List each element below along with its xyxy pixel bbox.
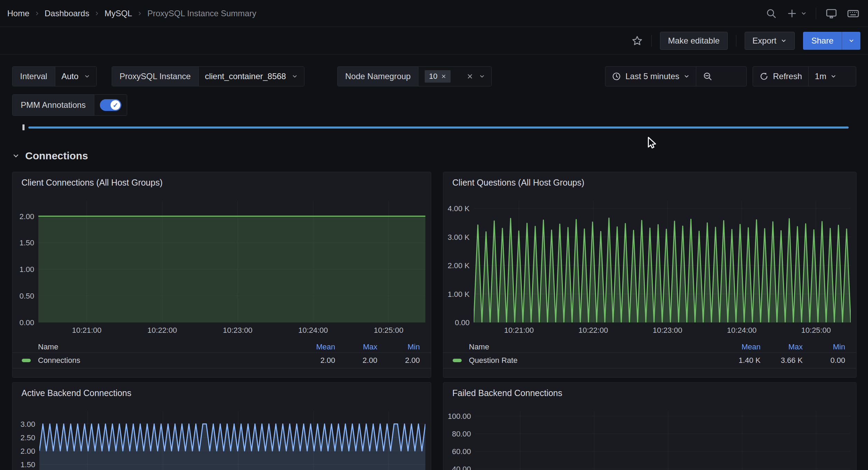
y-axis-tick-label: 40.00 — [443, 465, 471, 470]
dashboard-toolbar: Make editable Export Share — [0, 27, 868, 55]
share-menu-button[interactable] — [842, 32, 860, 50]
keyboard-icon[interactable] — [847, 7, 860, 20]
x-axis-tick-label: 10:22:00 — [569, 326, 617, 335]
y-axis-tick-label: 80.00 — [443, 430, 471, 439]
toolbar-divider — [651, 35, 652, 47]
legend-column-min[interactable]: Min — [377, 342, 420, 351]
chart-canvas[interactable] — [39, 411, 425, 470]
pmm-annotations-toggle[interactable]: ✓ — [94, 95, 127, 115]
refresh-interval-select[interactable]: 1m — [809, 67, 843, 86]
panel-client-questions: Client Questions (All Host Groups) NameM… — [443, 172, 857, 378]
node-namegroup-filter-select[interactable]: 10 — [418, 67, 491, 86]
series-line — [474, 218, 851, 322]
legend-row: Connections2.002.002.00 — [12, 352, 431, 368]
y-axis-tick-label: 0.00 — [443, 318, 470, 327]
favorite-star-icon[interactable] — [631, 35, 643, 47]
y-axis-tick-label: 0.00 — [12, 318, 34, 327]
chart-plot-area[interactable] — [39, 411, 425, 470]
y-axis-tick-label: 4.00 K — [443, 204, 470, 213]
pmm-annotations-label: PMM Annotations — [12, 95, 94, 115]
nav-divider — [816, 8, 816, 19]
panel-title[interactable]: Client Questions (All Host Groups) — [452, 178, 584, 188]
legend-column-max[interactable]: Max — [761, 342, 803, 351]
make-editable-button[interactable]: Make editable — [660, 32, 727, 50]
series-stat-value: 2.00 — [377, 356, 420, 365]
chart-canvas[interactable] — [475, 411, 851, 470]
export-button-label: Export — [753, 36, 776, 46]
chart-canvas[interactable] — [38, 201, 425, 322]
panel-legend: NameMeanMaxMinConnections2.002.002.00 — [12, 341, 431, 368]
chart-plot-area[interactable] — [475, 411, 851, 470]
legend-column-mean[interactable]: Mean — [716, 342, 761, 351]
proxysql-instance-filter-label: ProxySQL Instance — [112, 67, 199, 86]
panel-title[interactable]: Failed Backend Connections — [452, 388, 562, 398]
panel-title[interactable]: Client Connections (All Host Groups) — [21, 178, 163, 188]
chevron-down-icon — [830, 73, 837, 79]
close-icon[interactable] — [441, 74, 446, 79]
share-split-button: Share — [803, 32, 860, 50]
clock-icon — [612, 72, 621, 81]
node-namegroup-filter: Node Namegroup 10 — [337, 66, 492, 86]
refresh-button[interactable]: Refresh — [753, 67, 808, 86]
chart-plot-area[interactable] — [38, 201, 425, 322]
breadcrumb-home[interactable]: Home — [7, 9, 29, 18]
series-name[interactable]: Question Rate — [462, 356, 716, 365]
y-axis-tick-label: 1.50 — [12, 460, 35, 469]
pmm-annotations-control: PMM Annotations ✓ — [12, 94, 127, 116]
search-icon[interactable] — [765, 8, 777, 19]
panel-failed-backend-connections: Failed Backend Connections 100.0080.0060… — [443, 382, 857, 470]
node-namegroup-filter-label: Node Namegroup — [338, 67, 418, 86]
legend-column-mean[interactable]: Mean — [290, 342, 335, 351]
y-axis-tick-label: 100.00 — [443, 412, 471, 421]
chevron-down-icon — [683, 73, 690, 79]
toolbar-divider — [736, 35, 736, 47]
interval-filter-select[interactable]: Auto — [55, 67, 96, 86]
breadcrumb-dashboards[interactable]: Dashboards — [45, 9, 89, 18]
x-axis-tick-label: 10:24:00 — [718, 326, 766, 335]
x-axis-tick-label: 10:23:00 — [643, 326, 692, 335]
time-range-label: Last 5 minutes — [625, 72, 679, 81]
proxysql-instance-filter: ProxySQL Instance client_container_8568 — [112, 66, 304, 86]
chevron-down-icon — [848, 38, 855, 44]
chart-canvas[interactable] — [474, 201, 851, 322]
y-axis-tick-label: 2.00 — [12, 447, 35, 456]
legend-column-min[interactable]: Min — [803, 342, 845, 351]
refresh-icon — [759, 72, 769, 81]
annotation-range-line[interactable] — [28, 126, 849, 129]
share-button[interactable]: Share — [803, 32, 842, 50]
y-axis-tick-label: 2.00 K — [443, 261, 470, 270]
annotation-range-handle[interactable] — [22, 124, 25, 130]
chip-value: 10 — [429, 72, 437, 81]
panel-active-backend-connections: Active Backend Connections 3.002.502.001… — [12, 382, 431, 470]
series-swatch[interactable] — [22, 359, 31, 362]
proxysql-instance-filter-select[interactable]: client_container_8568 — [199, 67, 304, 86]
section-title: Connections — [25, 150, 88, 162]
interval-filter-label: Interval — [12, 67, 55, 86]
zoom-out-time-button[interactable] — [696, 67, 719, 86]
chevron-down-icon — [292, 73, 298, 79]
chevron-down-icon — [781, 38, 787, 44]
series-stat-value: 2.00 — [335, 356, 377, 365]
add-button[interactable] — [786, 8, 807, 19]
breadcrumb-separator-icon — [34, 11, 40, 16]
series-swatch[interactable] — [453, 359, 462, 362]
clear-selection-icon[interactable] — [466, 73, 473, 80]
series-name[interactable]: Connections — [31, 356, 290, 365]
legend-column-name[interactable]: Name — [462, 342, 716, 351]
time-range-controls: Last 5 minutes — [605, 66, 747, 86]
section-row-connections[interactable]: Connections — [12, 150, 88, 162]
legend-column-max[interactable]: Max — [335, 342, 377, 351]
breadcrumb-mysql[interactable]: MySQL — [104, 9, 132, 18]
series-stat-value: 3.66 K — [761, 356, 803, 365]
interval-filter-value: Auto — [62, 72, 78, 81]
chart-plot-area[interactable] — [474, 201, 851, 322]
legend-row: Question Rate1.40 K3.66 K0.00 — [443, 352, 856, 368]
chevron-down-icon[interactable] — [479, 73, 485, 79]
y-axis-tick-label: 2.00 — [12, 212, 34, 221]
time-range-picker[interactable]: Last 5 minutes — [605, 67, 696, 86]
monitor-icon[interactable] — [825, 7, 838, 20]
proxysql-instance-filter-value: client_container_8568 — [205, 72, 286, 81]
legend-column-name[interactable]: Name — [31, 342, 290, 351]
panel-title[interactable]: Active Backend Connections — [21, 388, 131, 398]
export-button[interactable]: Export — [745, 32, 795, 50]
